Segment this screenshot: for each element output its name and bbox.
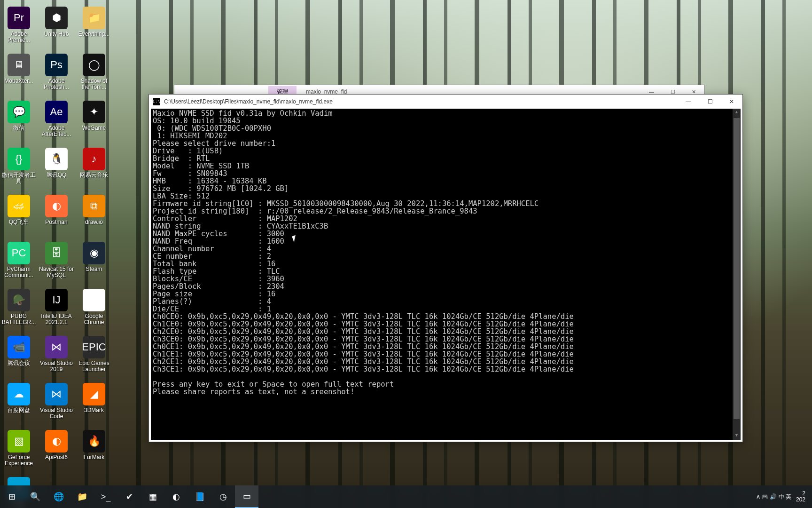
desktop-icon[interactable]: ▧GeForce Experience xyxy=(0,427,38,474)
app-icon: ⋈ xyxy=(45,383,68,405)
desktop-icon[interactable]: IJIntelliJ IDEA 2021.2.1 xyxy=(38,286,75,333)
icon-label: Postman xyxy=(45,219,67,225)
taskbar-button-search[interactable]: 🔍 xyxy=(23,485,47,508)
taskbar-button-store[interactable]: ▦ xyxy=(141,485,164,508)
desktop-icon[interactable]: AeAdobe AfterEffec... xyxy=(38,98,75,145)
icon-label: Unity Hub xyxy=(44,31,69,37)
icon-label: Visual Studio Code xyxy=(39,407,74,420)
icon-label: Visual Studio 2019 xyxy=(39,360,74,373)
desktop-icon[interactable]: ◢3DMark xyxy=(75,380,113,427)
desktop-icon[interactable]: 📹腾讯会议 xyxy=(0,333,38,380)
desktop-icon[interactable]: ◉Steam xyxy=(75,239,113,286)
icon-label: 腾讯会议 xyxy=(8,360,30,366)
taskbar-button-terminal[interactable]: >_ xyxy=(94,485,117,508)
minimize-button[interactable]: — xyxy=(678,95,699,109)
app-icon: ⧉ xyxy=(83,195,105,217)
close-button[interactable]: ✕ xyxy=(721,95,742,109)
scroll-up-arrow[interactable]: ▲ xyxy=(733,109,741,117)
icon-label: QQ飞车 xyxy=(9,219,29,225)
maximize-button[interactable]: ☐ xyxy=(699,95,721,109)
icon-label: FurMark xyxy=(84,454,105,460)
app-icon: IJ xyxy=(45,289,68,311)
app-icon: 📁 xyxy=(83,7,105,29)
app-icon: ✦ xyxy=(83,101,105,123)
system-tray[interactable]: ᴧ 🎮 🔊 中 英 2 202 xyxy=(753,485,809,508)
icon-label: Navicat 15 for MySQL xyxy=(39,266,74,278)
app-icon: ⬢ xyxy=(45,7,68,29)
taskbar-button-todo[interactable]: ✔ xyxy=(117,485,141,508)
taskbar-button-clock[interactable]: ◷ xyxy=(211,485,235,508)
app-icon: ◯ xyxy=(83,54,105,76)
icon-label: 腾讯QQ xyxy=(47,172,67,178)
desktop-icon[interactable]: 🗄Navicat 15 for MySQL xyxy=(38,239,75,286)
desktop-icon[interactable]: ♪网易云音乐 xyxy=(75,145,113,192)
desktop-icon[interactable]: 🪖PUBG BATTLEGR... xyxy=(0,286,38,333)
desktop-icon[interactable]: ◯Shadow of the Tom... xyxy=(75,51,113,98)
app-icon: Pr xyxy=(8,7,30,29)
desktop-icon[interactable]: 🖥MobaXter... xyxy=(0,51,38,98)
app-icon: ◐ xyxy=(45,430,68,452)
scroll-down-arrow[interactable]: ▼ xyxy=(733,432,741,440)
taskbar-button-explorer[interactable]: 📁 xyxy=(70,485,94,508)
icon-label: 网易云音乐 xyxy=(80,172,108,178)
app-icon: ♪ xyxy=(83,148,105,170)
icon-label: PUBG BATTLEGR... xyxy=(1,313,37,325)
scrollbar-thumb[interactable] xyxy=(734,118,740,419)
desktop-icon[interactable]: ◐ApiPost6 xyxy=(38,427,75,474)
app-icon: 🪖 xyxy=(8,289,30,311)
taskbar-button-edge[interactable]: 🌐 xyxy=(47,485,70,508)
desktop-icon[interactable]: 📁Everything... xyxy=(75,4,113,51)
icon-label: Steam xyxy=(86,266,102,272)
desktop-icon[interactable]: {}微信开发者工具 xyxy=(0,145,38,192)
app-icon: {} xyxy=(8,148,30,170)
desktop-icon[interactable]: 🐧腾讯QQ xyxy=(38,145,75,192)
tray-icons[interactable]: ᴧ 🎮 🔊 中 英 xyxy=(757,493,791,501)
taskbar-button-word[interactable]: 📘 xyxy=(188,485,211,508)
desktop-icon[interactable]: ⬢Unity Hub xyxy=(38,4,75,51)
app-icon: ⋈ xyxy=(45,336,68,358)
desktop-icon[interactable]: ⧉draw.io xyxy=(75,192,113,239)
icon-label: Adobe Photosh... xyxy=(39,78,74,90)
terminal-body[interactable]: Maxio NVME SSD fid v0.31a by Ochkin Vadi… xyxy=(151,109,741,440)
desktop-icon[interactable]: 🔥FurMark xyxy=(75,427,113,474)
app-icon: 📹 xyxy=(8,336,30,358)
icon-label: 微信开发者工具 xyxy=(1,172,37,184)
desktop-icon[interactable]: PCPyCharm Communi... xyxy=(0,239,38,286)
vertical-scrollbar[interactable]: ▲ ▼ xyxy=(733,109,741,440)
app-icon: 💬 xyxy=(8,101,30,123)
desktop-icon[interactable]: PsAdobe Photosh... xyxy=(38,51,75,98)
icon-label: Google Chrome xyxy=(76,313,112,325)
console-title: C:\Users\Leezi\Desktop\Files\maxio_nvme_… xyxy=(164,98,739,105)
app-icon: ◐ xyxy=(45,195,68,217)
console-window[interactable]: C:\ C:\Users\Leezi\Desktop\Files\maxio_n… xyxy=(148,94,743,442)
taskbar-button-lol[interactable]: ◐ xyxy=(164,485,188,508)
icon-label: PyCharm Communi... xyxy=(1,266,37,278)
desktop-icon[interactable]: ◐Postman xyxy=(38,192,75,239)
app-icon: ◉ xyxy=(83,289,105,311)
app-icon: 🖥 xyxy=(8,54,30,76)
taskbar[interactable]: ⊞🔍🌐📁>_✔▦◐📘◷▭ ᴧ 🎮 🔊 中 英 2 202 xyxy=(0,485,812,508)
desktop-icon[interactable]: ◉Google Chrome xyxy=(75,286,113,333)
taskbar-button-cmd[interactable]: ▭ xyxy=(235,485,258,508)
icon-label: Shadow of the Tom... xyxy=(76,78,112,90)
app-icon: ☁ xyxy=(8,383,30,405)
desktop-icon[interactable]: ⋈Visual Studio 2019 xyxy=(38,333,75,380)
app-icon: ◢ xyxy=(83,383,105,405)
taskbar-clock[interactable]: 2 202 xyxy=(796,491,805,503)
terminal-output: Maxio NVME SSD fid v0.31a by Ochkin Vadi… xyxy=(153,110,739,396)
console-titlebar[interactable]: C:\ C:\Users\Leezi\Desktop\Files\maxio_n… xyxy=(149,95,742,109)
desktop-icon[interactable]: ☁百度网盘 xyxy=(0,380,38,427)
icon-label: ApiPost6 xyxy=(45,454,68,460)
taskbar-button-start[interactable]: ⊞ xyxy=(0,485,23,508)
desktop-icon[interactable]: ⋈Visual Studio Code xyxy=(38,380,75,427)
app-icon: 🗄 xyxy=(45,242,68,264)
desktop-icon[interactable]: PrAdobe Premie... xyxy=(0,4,38,51)
icon-label: MobaXter... xyxy=(4,78,33,84)
desktop-icon[interactable]: 🏎QQ飞车 xyxy=(0,192,38,239)
app-icon: ◉ xyxy=(83,242,105,264)
app-icon: 🐧 xyxy=(45,148,68,170)
desktop-icon[interactable]: EPICEpic Games Launcher xyxy=(75,333,113,380)
desktop-icon[interactable]: ✦WeGame xyxy=(75,98,113,145)
icon-label: 3DMark xyxy=(84,407,104,413)
desktop-icon[interactable]: 💬微信 xyxy=(0,98,38,145)
